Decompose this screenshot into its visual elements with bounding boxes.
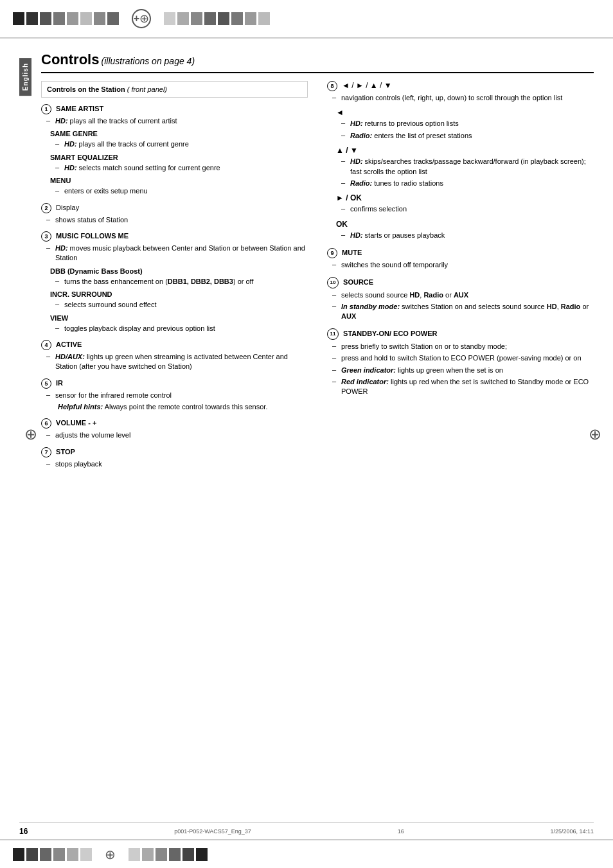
bullet-item: – shows status of Station — [41, 215, 308, 225]
bullet-text: HD: plays all the tracks of current genr… — [64, 139, 308, 149]
dash: – — [341, 204, 350, 214]
pattern-block — [155, 848, 167, 861]
bullet-item: – stops playback — [41, 459, 308, 469]
item-label: Display — [56, 203, 79, 211]
list-item: 7 STOP – stops playback — [41, 447, 308, 469]
list-item: 8 ◄ / ► / ▲ / ▼ – navigation controls (l… — [327, 81, 594, 240]
bullet-text: HD: selects match sound setting for curr… — [64, 163, 308, 173]
bullet-item: – press briefly to switch Station on or … — [327, 342, 594, 351]
dash: – — [46, 215, 55, 225]
bullet-text: Radio: tunes to radio stations — [350, 179, 594, 188]
item-number: 4 — [41, 340, 51, 350]
bullet-item: – In standby mode: switches Station on a… — [327, 302, 594, 322]
bullet-item: – adjusts the volume level — [41, 430, 308, 440]
pattern-block — [204, 12, 216, 25]
crosshair-icon: ⊕ — [132, 9, 151, 28]
sub-label: SAME GENRE — [50, 130, 308, 137]
right-crosshair-icon: ⊕ — [589, 425, 601, 443]
bullet-text: HD: plays all the tracks of current arti… — [55, 116, 308, 126]
bullet-text: HD: moves music playback between Center … — [55, 244, 308, 263]
bullet-text: HD/AUX: lights up green when streaming i… — [55, 352, 308, 372]
page-number: 16 — [19, 827, 28, 836]
item-label: VOLUME - + — [56, 419, 96, 427]
two-column-layout: Controls on the Station ( front panel) 1… — [41, 81, 594, 469]
header-pattern-right — [164, 12, 270, 25]
bullet-text: toggles playback display and previous op… — [64, 324, 308, 333]
bullet-item: Helpful hints: Always point the remote c… — [41, 402, 308, 412]
sub-section: VIEW – toggles playback display and prev… — [41, 314, 308, 333]
pattern-block — [177, 12, 189, 25]
dash: – — [46, 244, 55, 263]
item-label: STANDBY-ON/ ECO POWER — [343, 330, 437, 337]
station-sublabel: ( front panel) — [127, 85, 167, 93]
sub-label: SMART EQUALIZER — [50, 154, 308, 161]
bullet-item: – sensor for the infrared remote control — [41, 391, 308, 400]
item-number: 10 — [327, 277, 339, 288]
dash: – — [332, 377, 341, 397]
pattern-block — [258, 12, 270, 25]
bullet-item: – Red indicator: lights up red when the … — [327, 377, 594, 397]
bullet-text: Helpful hints: Always point the remote c… — [55, 402, 308, 412]
pattern-block — [80, 848, 92, 861]
sub-section: SAME GENRE – HD: plays all the tracks of… — [41, 130, 308, 149]
dash: – — [332, 290, 341, 300]
item-label: SAME ARTIST — [56, 105, 103, 112]
sub-label: DBB (Dynamic Bass Boost) — [50, 267, 308, 275]
footer-filename: p001-P052-WACS57_Eng_37 — [174, 828, 251, 835]
sub-section: ◄ – HD: returns to previous option lists… — [327, 108, 594, 141]
sub-section: SMART EQUALIZER – HD: selects match soun… — [41, 154, 308, 173]
pattern-block — [191, 12, 202, 25]
pattern-block — [67, 12, 78, 25]
pattern-block — [67, 848, 78, 861]
pattern-block — [80, 12, 92, 25]
bullet-text: press and hold to switch Station to ECO … — [341, 353, 594, 363]
page-content: English Controls (illustrations on page … — [0, 39, 613, 482]
pattern-block — [231, 12, 243, 25]
bullet-text: turns the bass enhancement on (DBB1, DBB… — [64, 277, 308, 287]
list-item: 9 MUTE – switches the sound off temporar… — [327, 248, 594, 270]
pattern-block — [169, 848, 181, 861]
bullet-item: – Radio: enters the list of preset stati… — [336, 131, 594, 141]
page-title: Controls (illustrations on page 4) — [41, 51, 594, 73]
header-bar: ⊕ — [0, 0, 613, 39]
bullet-item: – HD: moves music playback between Cente… — [41, 244, 308, 263]
bullet-text: Radio: enters the list of preset station… — [350, 131, 594, 141]
bullet-item: – navigation controls (left, right, up, … — [327, 93, 594, 103]
item-number: 9 — [327, 248, 337, 258]
item-number: 5 — [41, 378, 51, 389]
pattern-block — [245, 12, 256, 25]
bullet-item: – HD: skips/searches tracks/passage back… — [336, 157, 594, 177]
sub-symbol: OK — [336, 220, 594, 229]
item-number: 11 — [327, 328, 339, 340]
bullet-item: – Green indicator: lights up green when … — [327, 366, 594, 375]
bullet-item: – HD: plays all the tracks of current ar… — [41, 116, 308, 126]
bullet-text: selects surround sound effect — [64, 300, 308, 310]
sub-section: MENU – enters or exits setup menu — [41, 177, 308, 196]
bullet-item: – HD: returns to previous option lists — [336, 119, 594, 128]
bottom-pattern-left — [13, 848, 92, 861]
bullet-text: adjusts the volume level — [55, 430, 308, 440]
footer-page: 16 — [398, 828, 404, 835]
item-label: IR — [56, 379, 63, 387]
dash: – — [332, 260, 341, 270]
pattern-block — [13, 848, 24, 861]
main-content: Controls (illustrations on page 4) Contr… — [31, 51, 594, 469]
bullet-item: – enters or exits setup menu — [50, 186, 308, 196]
bottom-bar: ⊕ — [0, 839, 613, 868]
dash: – — [341, 157, 350, 177]
pattern-block — [26, 12, 38, 25]
bullet-text: Red indicator: lights up red when the se… — [341, 377, 594, 397]
item-number: 2 — [41, 203, 51, 213]
bullet-text: enters or exits setup menu — [64, 186, 308, 196]
sub-symbol: ◄ — [336, 108, 594, 117]
footer-date: 1/25/2006, 14:11 — [550, 828, 594, 835]
sub-section: ► / OK – confirms selection — [327, 193, 594, 214]
bullet-text: HD: skips/searches tracks/passage backwa… — [350, 157, 594, 177]
list-item: 10 SOURCE – selects sound source HD, Rad… — [327, 277, 594, 322]
dash — [46, 402, 55, 412]
right-column: 8 ◄ / ► / ▲ / ▼ – navigation controls (l… — [327, 81, 594, 469]
bullet-text: stops playback — [55, 459, 308, 469]
bullet-item: – HD/AUX: lights up green when streaming… — [41, 352, 308, 372]
bullet-item: – HD: starts or pauses playback — [336, 231, 594, 240]
bullet-item: – selects surround sound effect — [50, 300, 308, 310]
